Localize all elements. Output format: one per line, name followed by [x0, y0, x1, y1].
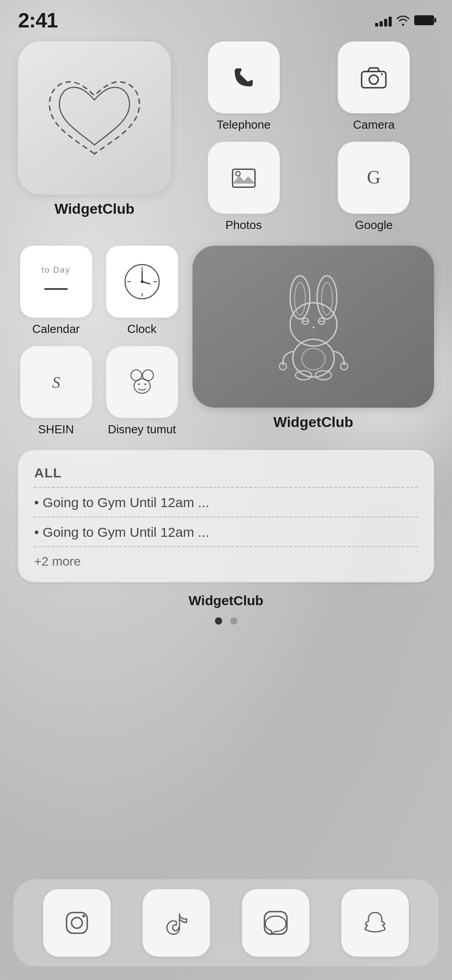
- top-app-grid: Telephone Camera: [183, 41, 434, 232]
- shein-label: SHEIN: [38, 423, 74, 436]
- svg-point-1: [369, 75, 378, 84]
- google-label: Google: [355, 218, 393, 232]
- status-time: 2:41: [18, 8, 58, 32]
- status-icons: [375, 14, 434, 27]
- events-divider-3: [34, 546, 418, 547]
- svg-point-20: [144, 383, 146, 385]
- page-dots: [18, 617, 434, 625]
- events-widget: ALL • Going to Gym Until 12am ... • Goin…: [18, 450, 434, 582]
- svg-rect-39: [264, 912, 287, 934]
- telephone-app[interactable]: Telephone: [183, 41, 304, 132]
- shein-icon: S: [20, 346, 92, 418]
- svg-point-19: [138, 383, 140, 385]
- camera-app[interactable]: Camera: [314, 41, 434, 132]
- battery-icon: [414, 15, 434, 25]
- photos-label: Photos: [225, 218, 262, 232]
- events-divider-2: [34, 517, 418, 517]
- calendar-icon: to Day —: [20, 246, 92, 318]
- disney-label: Disney tumut: [108, 423, 176, 436]
- clock-icon: [106, 246, 178, 318]
- events-divider-1: [34, 487, 418, 488]
- svg-point-33: [302, 348, 325, 370]
- disney-icon: [106, 346, 178, 418]
- small-app-grid: to Day — Calendar: [18, 246, 180, 436]
- events-title: ALL: [34, 465, 418, 481]
- dock: [13, 879, 439, 967]
- middle-section: to Day — Calendar: [18, 246, 434, 436]
- svg-marker-4: [233, 175, 255, 184]
- telephone-icon: [208, 41, 280, 113]
- widgetclub-label-2: WidgetClub: [192, 414, 434, 431]
- photos-icon: [208, 142, 280, 214]
- disney-app[interactable]: Disney tumut: [104, 346, 180, 436]
- camera-label: Camera: [353, 118, 394, 132]
- dock-tiktok[interactable]: [143, 889, 210, 957]
- main-content: WidgetClub Telephone: [0, 37, 452, 625]
- widgetclub-widget-1[interactable]: WidgetClub: [18, 41, 171, 232]
- calendar-app[interactable]: to Day — Calendar: [18, 246, 94, 336]
- dock-line[interactable]: [242, 889, 309, 957]
- svg-text:G: G: [367, 167, 380, 188]
- top-section: WidgetClub Telephone: [18, 41, 434, 232]
- camera-icon: [338, 41, 410, 113]
- status-bar: 2:41: [0, 0, 452, 37]
- svg-rect-3: [233, 169, 255, 187]
- svg-text:S: S: [52, 373, 60, 391]
- photos-app[interactable]: Photos: [183, 142, 304, 232]
- calendar-label: Calendar: [32, 322, 80, 336]
- svg-point-37: [72, 917, 82, 928]
- page-dot-1[interactable]: [215, 617, 222, 625]
- event-item-2: • Going to Gym Until 12am ...: [34, 525, 418, 540]
- svg-point-38: [82, 915, 85, 917]
- svg-point-18: [134, 379, 150, 393]
- svg-point-5: [236, 171, 240, 176]
- svg-point-14: [141, 280, 143, 283]
- shein-app[interactable]: S SHEIN: [18, 346, 94, 436]
- clock-app[interactable]: Clock: [104, 246, 180, 336]
- widgetclub-rabbit-icon: [192, 246, 434, 408]
- google-icon: G: [338, 142, 410, 214]
- dock-instagram[interactable]: [43, 889, 111, 957]
- widgetclub-label-1: WidgetClub: [18, 201, 171, 217]
- clock-label: Clock: [127, 322, 157, 336]
- signal-icon: [375, 14, 392, 27]
- dock-snapchat[interactable]: [341, 889, 409, 957]
- events-more: +2 more: [34, 554, 418, 569]
- event-item-1: • Going to Gym Until 12am ...: [34, 495, 418, 510]
- widgetclub-widget-2[interactable]: WidgetClub: [192, 246, 434, 431]
- calendar-day: —: [45, 275, 68, 298]
- google-app[interactable]: G Google: [314, 142, 434, 232]
- widgetclub-heart-icon: [18, 41, 171, 194]
- telephone-label: Telephone: [217, 118, 271, 132]
- widgetclub-widget-label: WidgetClub: [18, 593, 434, 608]
- wifi-icon: [396, 15, 410, 26]
- svg-point-2: [381, 73, 383, 75]
- page-dot-2[interactable]: [230, 617, 237, 625]
